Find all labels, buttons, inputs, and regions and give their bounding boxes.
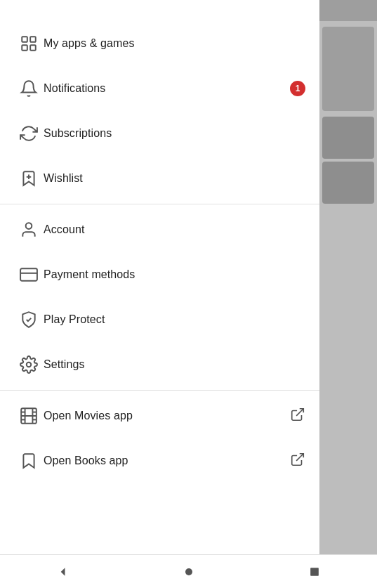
refresh-icon [14,124,44,143]
person-icon [14,221,44,239]
external-link-icon-books [290,452,305,470]
navigation-drawer: My apps & games Notifications 1 Subscrip… [0,0,319,588]
play-protect-label: Play Protect [44,313,305,326]
bookmark-icon [14,452,44,470]
payment-methods-label: Payment methods [44,268,305,281]
svg-rect-20 [310,568,319,576]
svg-point-19 [185,568,192,575]
svg-marker-18 [60,568,65,576]
svg-point-9 [27,362,32,367]
svg-rect-0 [22,37,27,42]
divider-1 [0,204,319,204]
open-movies-label: Open Movies app [44,410,290,422]
film-icon [14,407,44,425]
bell-icon [14,79,44,98]
grid-icon [14,34,44,53]
sidebar-item-open-movies[interactable]: Open Movies app [0,393,319,438]
sidebar-item-play-protect[interactable]: Play Protect [0,297,319,342]
notification-badge: 1 [290,81,305,96]
bg-card-1 [322,27,374,111]
sidebar-item-my-apps-games[interactable]: My apps & games [0,21,319,66]
drawer-header [0,0,319,21]
account-label: Account [44,223,305,236]
settings-label: Settings [44,358,305,371]
sidebar-item-notifications[interactable]: Notifications 1 [0,66,319,111]
notifications-label: Notifications [44,82,290,95]
wishlist-label: Wishlist [44,172,305,185]
my-apps-games-label: My apps & games [44,37,305,50]
sidebar-item-subscriptions[interactable]: Subscriptions [0,111,319,156]
subscriptions-label: Subscriptions [44,127,305,140]
back-button[interactable] [42,558,84,586]
svg-rect-3 [30,45,36,51]
open-books-label: Open Books app [44,455,290,467]
sidebar-item-wishlist[interactable]: Wishlist [0,156,319,201]
bg-card-3 [322,162,374,204]
sidebar-item-payment-methods[interactable]: Payment methods [0,252,319,297]
svg-rect-1 [30,37,36,42]
divider-2 [0,390,319,391]
svg-rect-7 [20,268,37,280]
home-button[interactable] [168,558,210,586]
credit-card-icon [14,266,44,284]
bg-right-content [319,21,377,554]
svg-rect-2 [22,45,27,51]
external-link-icon-movies [290,407,305,425]
svg-point-6 [26,223,32,229]
bg-card-2 [322,117,374,159]
recents-button[interactable] [293,558,336,586]
gear-icon [14,355,44,374]
bottom-nav-bar [0,554,377,588]
sidebar-item-account[interactable]: Account [0,207,319,252]
sidebar-item-settings[interactable]: Settings [0,342,319,387]
shield-icon [14,311,44,329]
sidebar-item-open-books[interactable]: Open Books app [0,438,319,483]
bookmark-add-icon [14,169,44,188]
